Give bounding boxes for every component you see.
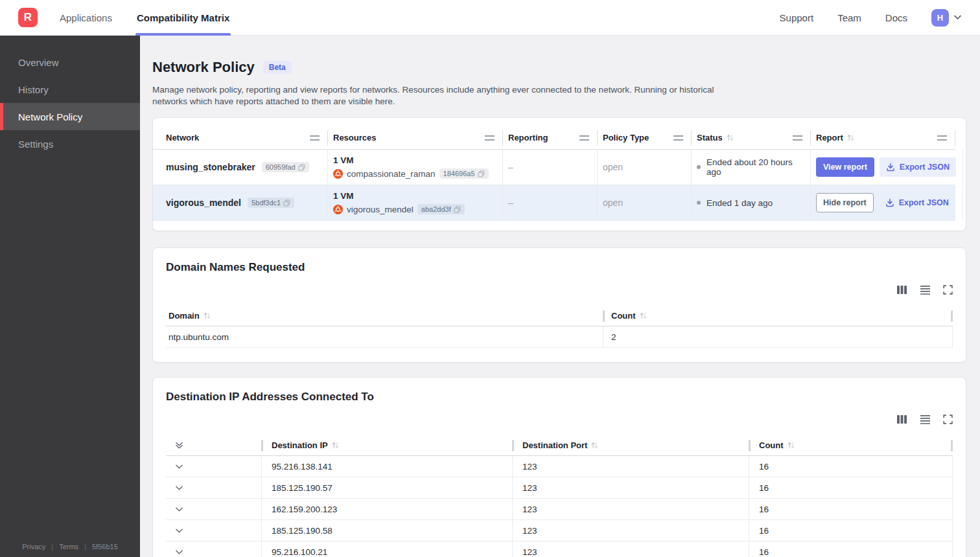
main-content: Network Policy Beta Manage network polic… — [140, 36, 980, 557]
export-json-button[interactable]: Export JSON — [879, 193, 955, 212]
column-header-count[interactable]: Count — [749, 435, 953, 455]
sort-icon[interactable] — [787, 442, 795, 449]
navbar-right: Support Team Docs H — [780, 9, 962, 27]
destination-row[interactable]: 162.159.200.123 123 16 — [166, 499, 953, 520]
column-header-policy-type: Policy Type — [598, 126, 692, 149]
networks-table-header: Network Resources Reporting Policy Type … — [153, 126, 955, 150]
network-id-badge[interactable]: 60959fad — [262, 162, 309, 172]
sidebar-footer: Privacy | Terms | 5f56b15 — [0, 543, 140, 551]
status-cell: Ended 1 day ago — [692, 185, 811, 220]
column-resize-handle[interactable] — [937, 135, 947, 141]
row-expander[interactable] — [166, 541, 262, 557]
footer-divider: | — [51, 543, 53, 551]
row-expander[interactable] — [166, 499, 262, 519]
destination-port-cell: 123 — [513, 477, 749, 498]
sort-icon[interactable] — [846, 134, 855, 141]
count-cell: 16 — [749, 477, 953, 498]
destination-ip-cell: 185.125.190.58 — [262, 520, 513, 541]
nav-link-docs[interactable]: Docs — [885, 12, 907, 23]
sort-icon[interactable] — [590, 442, 599, 449]
card-title: Domain Names Requested — [166, 261, 953, 274]
destination-row[interactable]: 185.125.190.58 123 16 — [166, 520, 953, 541]
domain-cell: ntp.ubuntu.com — [166, 326, 603, 347]
user-menu[interactable]: H — [931, 9, 962, 27]
resource-id-badge[interactable]: 184696a5 — [439, 168, 489, 179]
column-header-domain[interactable]: Domain — [166, 306, 603, 326]
fullscreen-icon[interactable] — [943, 415, 953, 424]
rows-icon[interactable] — [920, 415, 931, 424]
column-resize-handle[interactable] — [579, 135, 589, 141]
sort-icon[interactable] — [639, 312, 648, 319]
destination-port-cell: 123 — [513, 520, 749, 541]
destination-row[interactable]: 185.125.190.57 123 16 — [166, 477, 953, 499]
sort-icon[interactable] — [331, 442, 340, 449]
beta-badge: Beta — [263, 61, 292, 74]
fullscreen-icon[interactable] — [943, 285, 953, 295]
column-header-status[interactable]: Status — [692, 126, 811, 149]
column-resize-handle[interactable] — [673, 135, 683, 141]
sidebar-item-settings[interactable]: Settings — [0, 130, 140, 157]
destination-row[interactable]: 95.216.100.21 123 16 — [166, 541, 953, 557]
destination-port-cell: 123 — [513, 541, 749, 557]
copy-icon[interactable] — [478, 170, 485, 177]
column-resize-handle[interactable] — [485, 135, 495, 141]
download-icon — [885, 198, 894, 207]
column-header-reporting: Reporting — [503, 126, 598, 149]
resource-id-badge[interactable]: aba2dd3f — [417, 204, 465, 214]
nav-link-support[interactable]: Support — [780, 12, 814, 23]
chevron-down-icon — [176, 507, 183, 512]
primary-nav: Applications Compatibility Matrix — [58, 0, 253, 36]
columns-icon[interactable] — [896, 415, 907, 424]
view-report-button[interactable]: View report — [816, 157, 874, 177]
domains-table-header: Domain Count — [166, 306, 953, 326]
column-resize-handle[interactable] — [793, 135, 802, 141]
chevron-down-icon — [176, 550, 183, 554]
chevron-down-icon — [176, 529, 183, 533]
hide-report-button[interactable]: Hide report — [816, 193, 874, 212]
nav-tab-applications[interactable]: Applications — [58, 0, 113, 36]
chevron-down-icon — [953, 15, 962, 20]
network-row-musing-stonebraker[interactable]: musing_stonebraker 60959fad 1 VM compass… — [153, 150, 955, 185]
sidebar-item-network-policy[interactable]: Network Policy — [0, 103, 140, 130]
sidebar-item-history[interactable]: History — [0, 76, 140, 103]
row-expander[interactable] — [166, 520, 262, 541]
chevron-down-icon — [176, 464, 183, 469]
nav-tab-compatibility-matrix[interactable]: Compatibility Matrix — [135, 0, 231, 36]
column-header-report[interactable]: Report — [811, 126, 955, 149]
ubuntu-icon — [333, 169, 343, 179]
expand-all-button[interactable] — [166, 435, 262, 455]
sidebar-item-overview[interactable]: Overview — [0, 49, 140, 76]
copy-icon[interactable] — [454, 206, 461, 213]
column-header-destination-port[interactable]: Destination Port — [513, 435, 749, 455]
privacy-link[interactable]: Privacy — [22, 543, 45, 551]
network-cell: musing_stonebraker 60959fad — [153, 150, 328, 185]
network-id-badge[interactable]: 5bdf3dc1 — [248, 198, 294, 208]
terms-link[interactable]: Terms — [59, 543, 78, 551]
destination-row[interactable]: 95.216.138.141 123 16 — [166, 456, 953, 477]
page-title: Network Policy — [152, 59, 255, 76]
app-logo[interactable]: R — [18, 8, 38, 27]
resource-name: vigorous_mendel — [347, 205, 414, 214]
nav-link-team[interactable]: Team — [837, 12, 861, 23]
copy-icon[interactable] — [298, 164, 305, 171]
page-description: Manage network policy, reporting and vie… — [152, 84, 718, 107]
status-dot — [697, 165, 701, 169]
column-header-destination-ip[interactable]: Destination IP — [262, 435, 513, 455]
sort-icon[interactable] — [726, 134, 734, 141]
network-row-vigorous-mendel[interactable]: vigorous_mendel 5bdf3dc1 1 VM vigorous_m… — [153, 185, 955, 221]
columns-icon[interactable] — [896, 285, 907, 295]
copy-icon[interactable] — [283, 199, 290, 207]
domain-row[interactable]: ntp.ubuntu.com 2 — [166, 326, 953, 348]
row-expander[interactable] — [166, 477, 262, 498]
chevron-down-icon — [176, 486, 183, 490]
export-json-button[interactable]: Export JSON — [880, 157, 956, 177]
count-cell: 16 — [749, 520, 953, 541]
row-expander[interactable] — [166, 456, 262, 477]
count-cell: 16 — [749, 456, 953, 477]
column-header-count[interactable]: Count — [603, 306, 953, 326]
domains-table: Domain Count ntp.ubuntu.com 2 — [166, 306, 953, 348]
sort-icon[interactable] — [203, 312, 211, 319]
column-resize-handle[interactable] — [310, 135, 320, 141]
rows-icon[interactable] — [920, 285, 931, 295]
user-avatar[interactable]: H — [931, 9, 949, 27]
